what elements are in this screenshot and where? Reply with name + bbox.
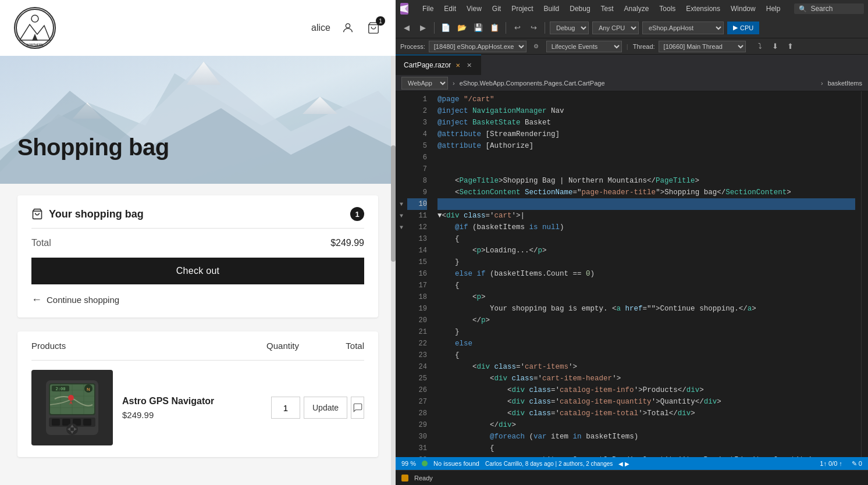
total-col-header: Total bbox=[318, 341, 364, 351]
bag-icon bbox=[31, 208, 43, 220]
products-section: Products Quantity Total bbox=[17, 331, 378, 457]
menu-view[interactable]: View bbox=[462, 3, 486, 14]
total-amount: $249.99 bbox=[330, 238, 364, 248]
cart-badge: 1 bbox=[376, 16, 385, 26]
code-line-13: { bbox=[437, 233, 855, 245]
code-line-17: { bbox=[437, 280, 855, 291]
gutter-7 bbox=[396, 163, 407, 175]
bag-title: Your shopping bag bbox=[49, 208, 144, 220]
menu-edit[interactable]: Edit bbox=[439, 3, 461, 14]
path-arrow: › bbox=[453, 80, 455, 87]
vs-search-area[interactable]: 🔍 Search bbox=[794, 3, 864, 14]
webapp-dropdown[interactable]: WebApp bbox=[401, 77, 448, 90]
lifecycle-dropdown[interactable]: Lifecycle Events bbox=[546, 41, 622, 52]
tab-dot: ✕ bbox=[456, 62, 460, 69]
left-scrollbar[interactable] bbox=[391, 0, 396, 485]
hero-area: Shopping bag bbox=[0, 56, 396, 184]
ready-label: Ready bbox=[411, 475, 436, 482]
code-editor-content[interactable]: @page "/cart" @inject NavigationManager … bbox=[432, 91, 861, 457]
gutter-12: ▼ bbox=[396, 222, 407, 233]
toolbar-save-btn[interactable]: 💾 bbox=[472, 22, 485, 34]
gutter-5 bbox=[396, 140, 407, 152]
step-into-btn[interactable]: ⬇ bbox=[769, 40, 782, 53]
bag-count-badge: 1 bbox=[350, 207, 364, 221]
toolbar-new-btn[interactable]: 📄 bbox=[439, 22, 452, 34]
username-label: alice bbox=[311, 23, 330, 33]
code-line-19: Your shopping bag is empty. <a href="">C… bbox=[437, 303, 855, 315]
play-icon: ▶ bbox=[733, 24, 738, 31]
toolbar-open-btn[interactable]: 📂 bbox=[456, 22, 468, 34]
cart-icon-wrapper[interactable]: 1 bbox=[365, 20, 382, 36]
svg-text:N: N bbox=[87, 387, 90, 392]
code-line-4: @attribute [StreamRendering] bbox=[437, 129, 855, 140]
continue-debug-btn[interactable]: ▶ CPU bbox=[727, 22, 759, 34]
code-line-8: <PageTitle>Shopping Bag | Northern Mount… bbox=[437, 175, 855, 187]
menu-git[interactable]: Git bbox=[488, 3, 506, 14]
status-left: 99 % No issues found Carlos Carrillo, 8 … bbox=[401, 460, 629, 467]
toolbar-undo-btn[interactable]: ↩ bbox=[511, 22, 524, 34]
no-issues-indicator bbox=[422, 461, 428, 466]
menu-project[interactable]: Project bbox=[507, 3, 538, 14]
toolbar-redo-btn[interactable]: ↪ bbox=[527, 22, 540, 34]
toolbar-saveall-btn[interactable]: 📋 bbox=[488, 22, 501, 34]
svg-marker-3 bbox=[32, 34, 38, 41]
encoding-status: ✎ 0 bbox=[852, 460, 862, 468]
vs-scrollbar[interactable] bbox=[861, 91, 868, 457]
menu-window[interactable]: Window bbox=[726, 3, 760, 14]
logo: NORTHERN — MOUNTAINS — bbox=[14, 7, 56, 49]
cartpage-tab[interactable]: CartPage.razor ✕ ✕ bbox=[396, 55, 481, 75]
back-arrow-icon: ← bbox=[31, 294, 42, 306]
menu-test[interactable]: Test bbox=[596, 3, 618, 14]
menu-build[interactable]: Build bbox=[539, 3, 564, 14]
chat-button[interactable] bbox=[351, 397, 364, 419]
code-line-28: <div class='catalog-item-total'>Total</d… bbox=[437, 408, 855, 419]
bag-title-row: Your shopping bag bbox=[31, 208, 144, 220]
gutter-11: ▼ bbox=[396, 210, 407, 222]
update-button[interactable]: Update bbox=[304, 397, 347, 419]
toolbar-fwd-btn[interactable]: ▶ bbox=[417, 22, 429, 34]
process-settings-btn[interactable]: ⚙ bbox=[530, 40, 543, 53]
cpu-dropdown[interactable]: Any CPU bbox=[592, 22, 639, 34]
step-over-btn[interactable]: ⤵ bbox=[754, 40, 767, 53]
user-icon[interactable] bbox=[340, 20, 356, 36]
product-info: Astro GPS Navigator $249.99 bbox=[122, 391, 262, 425]
continue-shopping-link[interactable]: ← Continue shopping bbox=[31, 294, 364, 306]
menu-help[interactable]: Help bbox=[762, 3, 785, 14]
menu-debug[interactable]: Debug bbox=[565, 3, 595, 14]
step-out-btn[interactable]: ⬆ bbox=[784, 40, 797, 53]
thread-dropdown[interactable]: [10660] Main Thread bbox=[659, 41, 746, 52]
gutter-3 bbox=[396, 117, 407, 129]
svg-rect-32 bbox=[52, 419, 60, 426]
code-line-3: @inject BasketState Basket bbox=[437, 117, 855, 129]
scroll-thumb bbox=[391, 145, 396, 262]
header-right: alice 1 bbox=[311, 20, 382, 36]
tab-close-btn[interactable]: ✕ bbox=[465, 61, 473, 69]
checkout-button[interactable]: Check out bbox=[31, 258, 364, 284]
vs-panel: File Edit View Git Project Build Debug T… bbox=[396, 0, 868, 485]
cursor-position: 1↑ 0/0 ↑ bbox=[820, 460, 842, 467]
code-line-5: @attribute [Authorize] bbox=[437, 140, 855, 152]
code-line-25: <div class='cart-item-header'> bbox=[437, 373, 855, 384]
menu-extensions[interactable]: Extensions bbox=[681, 3, 725, 14]
products-header: Products Quantity Total bbox=[31, 331, 364, 361]
hero-title: Shopping bag bbox=[17, 134, 169, 161]
site-header: NORTHERN — MOUNTAINS — alice 1 bbox=[0, 0, 396, 56]
process-dropdown[interactable]: [18480] eShop.AppHost.exe bbox=[429, 41, 527, 52]
chat-icon bbox=[353, 402, 363, 413]
toolbar-sep-1 bbox=[434, 22, 435, 34]
menu-file[interactable]: File bbox=[418, 3, 438, 14]
ready-indicator bbox=[401, 475, 408, 482]
code-line-23: { bbox=[437, 350, 855, 361]
host-dropdown[interactable]: eShop.AppHost bbox=[642, 22, 724, 34]
menu-analyze[interactable]: Analyze bbox=[620, 3, 654, 14]
code-line-18: <p> bbox=[437, 291, 855, 303]
debug-config-dropdown[interactable]: Debug bbox=[550, 22, 589, 34]
vs-bottombar: Ready bbox=[396, 470, 868, 485]
code-line-20: </p> bbox=[437, 315, 855, 326]
vs-menu: File Edit View Git Project Build Debug T… bbox=[418, 3, 785, 14]
vs-editor: ▼ ▼ ▼ 12345 6789 10 1112131415 161718192… bbox=[396, 91, 868, 457]
toolbar-back-btn[interactable]: ◀ bbox=[400, 22, 413, 34]
quantity-input[interactable] bbox=[271, 397, 300, 419]
menu-tools[interactable]: Tools bbox=[654, 3, 680, 14]
code-line-31: { bbox=[437, 443, 855, 454]
